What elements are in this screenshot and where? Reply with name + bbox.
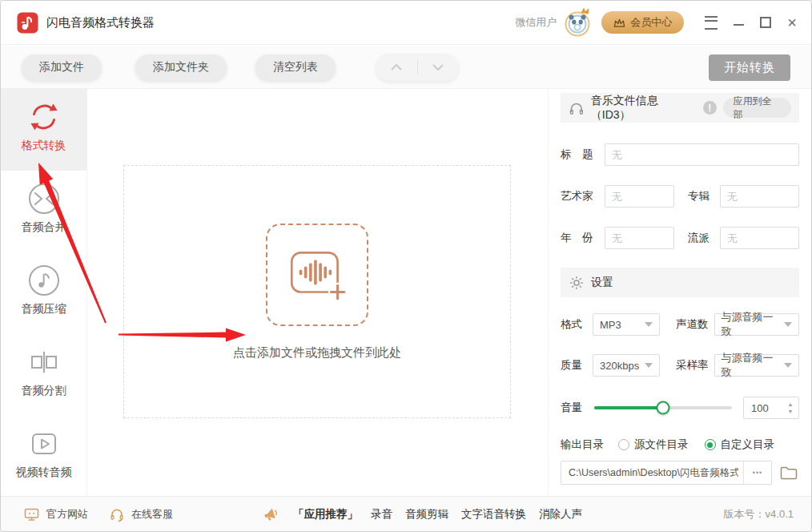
volume-slider[interactable]: [594, 406, 732, 409]
app-logo-music-note-icon: [17, 12, 38, 34]
spinner-arrows[interactable]: ▲ ▼: [782, 397, 798, 418]
volume-spinbox[interactable]: 100 ▲ ▼: [743, 397, 799, 419]
format-label: 格式: [561, 317, 583, 332]
quality-label: 质量: [561, 358, 583, 373]
format-convert-refresh-icon: [28, 101, 60, 133]
gear-icon: [569, 275, 585, 291]
samplerate-label: 采样率: [676, 358, 709, 373]
audio-merge-icon: [28, 183, 60, 215]
volume-slider-fill: [594, 406, 663, 409]
title-input[interactable]: [605, 143, 799, 166]
user-name-label: 微信用户: [515, 15, 557, 30]
add-file-button[interactable]: 添加文件: [22, 54, 102, 80]
crown-icon: [613, 18, 625, 28]
audio-compress-note-icon: [28, 264, 60, 296]
add-folder-button[interactable]: 添加文件夹: [135, 54, 227, 80]
start-convert-button[interactable]: 开始转换: [709, 54, 790, 81]
menu-icon[interactable]: [705, 16, 718, 30]
artist-field-label: 艺术家: [561, 189, 594, 204]
radio-custom-dir[interactable]: [705, 439, 716, 450]
sidebar-item-video-to-audio[interactable]: 视频转音频: [1, 416, 86, 498]
output-dir-row: 输出目录 源文件目录 自定义目录: [561, 437, 799, 452]
sidebar-item-audio-merge[interactable]: 音频合并: [1, 171, 86, 252]
artist-input[interactable]: [605, 185, 674, 208]
dropzone[interactable]: 点击添加文件或拖拽文件到此处: [123, 165, 511, 418]
output-dir-label: 输出目录: [561, 437, 604, 452]
id3-title-row: 标 题: [561, 143, 799, 166]
sidebar-item-label: 视频转音频: [16, 466, 72, 480]
radio-source-dir-label[interactable]: 源文件目录: [634, 437, 689, 452]
clear-list-button[interactable]: 清空列表: [255, 54, 336, 80]
sidebar-item-label: 音频压缩: [22, 302, 66, 316]
title-field-label: 标 题: [561, 147, 594, 162]
dropdown-caret-icon: [784, 363, 792, 368]
vip-center-button[interactable]: 会员中心: [601, 11, 684, 34]
samplerate-select[interactable]: 与源音频一致: [714, 354, 800, 377]
add-files-target[interactable]: [266, 224, 368, 326]
settings-section-header: 设置: [561, 268, 799, 297]
sidebar: 格式转换 音频合并 音频压缩: [1, 89, 87, 496]
online-service-link[interactable]: 在线客服: [109, 506, 173, 522]
output-path-input[interactable]: [561, 461, 743, 484]
radio-source-dir[interactable]: [618, 439, 629, 450]
app-recommend-link[interactable]: 「应用推荐」: [293, 507, 358, 522]
link-recording[interactable]: 录音: [371, 507, 392, 522]
spin-down-icon[interactable]: ▼: [788, 409, 794, 414]
folder-icon[interactable]: [779, 464, 798, 482]
chevron-down-icon: [432, 63, 444, 71]
id3-year-genre-row: 年 份 流派: [561, 227, 799, 249]
info-exclamation-icon[interactable]: !: [703, 101, 717, 115]
move-down-button[interactable]: [418, 54, 460, 81]
right-panel: 音乐文件信息（ID3） ! 应用到全部 标 题 艺术家 专辑 年 份 流派: [548, 89, 812, 496]
album-field-label: 专辑: [688, 189, 709, 204]
official-site-link[interactable]: 官方网站: [23, 506, 88, 522]
waveform-add-icon: [283, 240, 352, 309]
status-bar: 官方网站 在线客服 「应用推荐」 录音: [1, 496, 811, 531]
spin-up-icon[interactable]: ▲: [788, 401, 794, 407]
volume-slider-thumb[interactable]: [657, 401, 670, 415]
format-channels-row: 格式 MP3 声道数 与源音频一致: [561, 313, 799, 336]
app-window: 闪电音频格式转换器 微信用户 会员中心: [0, 0, 812, 532]
sidebar-item-label: 音频合并: [22, 220, 66, 235]
id3-section-header: 音乐文件信息（ID3） ! 应用到全部: [561, 93, 799, 123]
sidebar-item-label: 音频分割: [22, 384, 66, 398]
minimize-icon[interactable]: [734, 24, 744, 26]
channels-value: 与源音频一致: [722, 310, 780, 339]
year-input[interactable]: [605, 227, 674, 249]
genre-input[interactable]: [720, 227, 799, 249]
radio-custom-dir-label[interactable]: 自定义目录: [721, 437, 775, 452]
quality-select[interactable]: 320kbps: [593, 354, 660, 377]
link-text-to-speech[interactable]: 文字语音转换: [461, 507, 526, 522]
move-up-button[interactable]: [376, 54, 417, 81]
quality-value: 320kbps: [600, 360, 639, 372]
maximize-icon[interactable]: [760, 17, 771, 28]
sidebar-item-format-convert[interactable]: 格式转换: [1, 89, 86, 171]
reorder-control: [376, 54, 459, 81]
user-avatar-panda-icon[interactable]: [563, 6, 593, 38]
volume-value: 100: [744, 402, 782, 414]
format-select[interactable]: MP3: [593, 313, 660, 336]
apply-to-all-button[interactable]: 应用到全部: [723, 98, 791, 118]
chevron-up-icon: [390, 63, 403, 71]
sidebar-item-audio-compress[interactable]: 音频压缩: [1, 252, 86, 334]
file-list-area: 点击添加文件或拖拽文件到此处: [88, 89, 548, 496]
official-site-label: 官方网站: [46, 507, 88, 522]
toolbar: 添加文件 添加文件夹 清空列表 开始转换: [1, 46, 811, 89]
format-value: MP3: [600, 319, 621, 331]
id3-header-title: 音乐文件信息（ID3）: [591, 94, 697, 123]
online-service-label: 在线客服: [131, 507, 173, 522]
app-title: 闪电音频格式转换器: [46, 15, 155, 30]
id3-artist-album-row: 艺术家 专辑: [561, 185, 799, 208]
link-vocal-remove[interactable]: 消除人声: [539, 507, 582, 522]
monitor-icon: [23, 506, 40, 522]
vip-center-label: 会员中心: [630, 15, 672, 30]
album-input[interactable]: [720, 185, 799, 208]
channels-select[interactable]: 与源音频一致: [714, 313, 800, 336]
volume-row: 音量 100 ▲ ▼: [561, 397, 799, 419]
link-audio-edit[interactable]: 音频剪辑: [405, 507, 448, 522]
browse-ellipsis-button[interactable]: •••: [743, 461, 771, 484]
dropdown-caret-icon: [784, 322, 792, 327]
close-icon[interactable]: ×: [787, 14, 797, 30]
sidebar-item-audio-split[interactable]: 音频分割: [1, 334, 86, 416]
video-to-audio-icon: [28, 428, 60, 460]
